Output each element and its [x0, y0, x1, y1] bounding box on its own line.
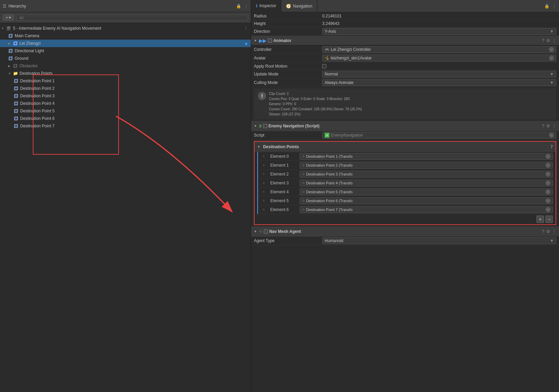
drag-handle-3[interactable]: ≡ — [263, 181, 268, 185]
dp3-label: Destination Point 3 — [20, 94, 55, 98]
more-icon[interactable]: ⋮ — [244, 4, 248, 9]
scene-more-icon[interactable]: ⋮ — [244, 26, 248, 31]
element-value-1[interactable]: ⊹ Destination Point 2 (Transfo ○ — [300, 162, 553, 169]
element-row-2: ≡ Element 2 ⊹ Destination Point 3 (Trans… — [260, 170, 556, 179]
enemy-nav-checkbox[interactable] — [263, 124, 267, 128]
lei-cube-icon — [13, 41, 18, 46]
element-ref-icon-2: ⊹ — [302, 172, 305, 176]
nav-mesh-collapse-arrow[interactable]: ▼ — [254, 230, 257, 233]
agent-type-dropdown[interactable]: Humanoid ▼ — [322, 237, 556, 244]
help-icon-nav[interactable]: ? — [542, 124, 544, 128]
add-button[interactable]: + ▾ — [3, 14, 14, 21]
apply-root-motion-checkbox[interactable] — [322, 64, 326, 68]
lock-icon[interactable]: 🔒 — [236, 4, 241, 9]
element-value-4[interactable]: ⊹ Destination Point 5 (Transfo ○ — [300, 188, 553, 195]
hierarchy-content: 🎬 5 - Intermediate Enemy AI Navigation M… — [0, 23, 251, 392]
drag-handle-6[interactable]: ≡ — [263, 208, 268, 211]
hierarchy-toolbar: + ▾ — [0, 12, 251, 23]
hierarchy-item-dp1[interactable]: Destination Point 1 — [0, 77, 251, 85]
hierarchy-menu-icon[interactable]: ☰ — [3, 4, 6, 9]
controller-circle-btn[interactable]: ○ — [549, 47, 554, 52]
hierarchy-item-dp5[interactable]: Destination Point 5 — [0, 107, 251, 115]
hierarchy-item-obstacles[interactable]: Obstacles — [0, 62, 251, 70]
tab-navigation[interactable]: 🧭 Navigation — [281, 0, 317, 12]
more-icon-nav-mesh[interactable]: ⋮ — [552, 229, 556, 234]
element-row-4: ≡ Element 4 ⊹ Destination Point 5 (Trans… — [260, 187, 556, 196]
tab-inspector[interactable]: ℹ Inspector — [251, 0, 281, 12]
height-value[interactable]: 3.249643 — [322, 21, 556, 26]
avatar-ref[interactable]: 🤸 leizhengzi_skn1Avatar ○ — [322, 55, 556, 61]
nav-mesh-checkbox[interactable] — [264, 229, 268, 234]
script-circle-btn[interactable]: ○ — [549, 133, 554, 138]
animator-checkbox[interactable] — [268, 39, 272, 43]
hierarchy-item-dp4[interactable]: Destination Point 4 — [0, 100, 251, 107]
avatar-circle-btn[interactable]: ○ — [549, 56, 554, 60]
animator-collapse-arrow[interactable]: ▼ — [254, 39, 257, 42]
tab-icons: 🔒 ⋮ — [544, 4, 559, 9]
hierarchy-item-dp7[interactable]: Destination Point 7 — [0, 122, 251, 130]
element-circle-btn-4[interactable]: ○ — [546, 190, 550, 194]
script-ref[interactable]: # EnemyNavigation ○ — [322, 132, 556, 139]
element-value-3[interactable]: ⊹ Destination Point 4 (Transfo ○ — [300, 180, 553, 186]
element-circle-btn-3[interactable]: ○ — [546, 181, 550, 185]
radius-value[interactable]: 0.2148101 — [322, 14, 556, 18]
element-circle-btn-6[interactable]: ○ — [546, 207, 550, 212]
enemy-nav-collapse-arrow[interactable]: ▼ — [254, 124, 257, 128]
drag-handle-5[interactable]: ≡ — [263, 199, 268, 202]
drag-handle-4[interactable]: ≡ — [263, 190, 268, 194]
add-element-button[interactable]: + — [536, 215, 544, 223]
settings-icon-nav[interactable]: ⚙ — [546, 124, 550, 128]
drag-handle-2[interactable]: ≡ — [263, 172, 268, 176]
element-ref-icon-5: ⊹ — [302, 199, 305, 202]
settings-icon-nav-mesh[interactable]: ⚙ — [546, 229, 550, 234]
dp4-cube-icon — [14, 101, 18, 106]
destination-points-section: ▼ Destination Points 7 ≡ Element 0 ⊹ Des… — [254, 141, 556, 225]
nav-mesh-section-header: ▼ ⊹ Nav Mesh Agent ? ⚙ ⋮ — [251, 226, 559, 237]
more-icon-inspector[interactable]: ⋮ — [552, 4, 556, 9]
element-ref-text-5: Destination Point 6 (Transfo — [306, 199, 544, 203]
search-input[interactable] — [16, 15, 248, 21]
dp7-cube-icon — [14, 124, 18, 128]
direction-chevron-icon: ▼ — [550, 29, 554, 34]
hierarchy-item-dp3[interactable]: Destination Point 3 — [0, 92, 251, 100]
help-icon-nav-mesh[interactable]: ? — [542, 229, 544, 234]
element-circle-btn-2[interactable]: ○ — [546, 172, 550, 177]
dest-points-collapse-arrow[interactable]: ▼ — [257, 145, 260, 149]
hierarchy-item-camera[interactable]: Main Camera — [0, 32, 251, 40]
help-icon[interactable]: ? — [542, 38, 544, 43]
info-warning-icon: ! — [258, 92, 266, 100]
dp3-cube-icon — [14, 94, 18, 98]
hierarchy-item-dp2[interactable]: Destination Point 2 — [0, 85, 251, 92]
hierarchy-title: Hierarchy — [9, 4, 234, 9]
element-circle-btn-0[interactable]: ○ — [546, 154, 550, 159]
culling-mode-dropdown[interactable]: Always Animate ▼ — [322, 79, 556, 86]
property-row-avatar: Avatar 🤸 leizhengzi_skn1Avatar ○ — [251, 54, 559, 62]
scene-root-item[interactable]: 🎬 5 - Intermediate Enemy AI Navigation M… — [0, 25, 251, 32]
hierarchy-item-dp6[interactable]: Destination Point 6 — [0, 115, 251, 122]
element-value-5[interactable]: ⊹ Destination Point 6 (Transfo ○ — [300, 197, 553, 204]
element-value-2[interactable]: ⊹ Destination Point 3 (Transfo ○ — [300, 171, 553, 178]
controller-ref[interactable]: 🎮 Lei Zhengzi Controller ○ — [322, 46, 556, 53]
hierarchy-item-destpoints[interactable]: 📁 Destination Points — [0, 70, 251, 77]
hierarchy-item-light[interactable]: Directional Light — [0, 47, 251, 55]
enemy-nav-section-header: ▼ # Enemy Navigation (Script) ? ⚙ ⋮ — [251, 121, 559, 131]
hierarchy-item-lei[interactable]: Lei Zhengzi ▶ — [0, 40, 251, 47]
more-icon-nav[interactable]: ⋮ — [552, 124, 556, 128]
drag-handle-0[interactable]: ≡ — [263, 154, 268, 158]
controller-label: Controller — [254, 47, 322, 52]
settings-icon[interactable]: ⚙ — [546, 38, 550, 43]
hierarchy-item-ground[interactable]: Ground — [0, 55, 251, 62]
remove-element-button[interactable]: − — [545, 215, 553, 223]
animator-title: Animator — [273, 38, 541, 43]
element-value-0[interactable]: ⊹ Destination Point 1 (Transfo ○ — [300, 153, 553, 160]
update-mode-dropdown[interactable]: Normal ▼ — [322, 71, 556, 78]
element-ref-icon-0: ⊹ — [302, 154, 305, 158]
more-icon-animator[interactable]: ⋮ — [552, 38, 556, 43]
lock-icon-inspector[interactable]: 🔒 — [544, 4, 549, 9]
element-circle-btn-1[interactable]: ○ — [546, 163, 550, 168]
element-ref-icon-1: ⊹ — [302, 163, 305, 167]
element-circle-btn-5[interactable]: ○ — [546, 198, 550, 203]
element-value-6[interactable]: ⊹ Destination Point 7 (Transfo ○ — [300, 206, 553, 213]
drag-handle-1[interactable]: ≡ — [263, 163, 268, 167]
direction-dropdown[interactable]: Y-Axis ▼ — [322, 28, 556, 35]
